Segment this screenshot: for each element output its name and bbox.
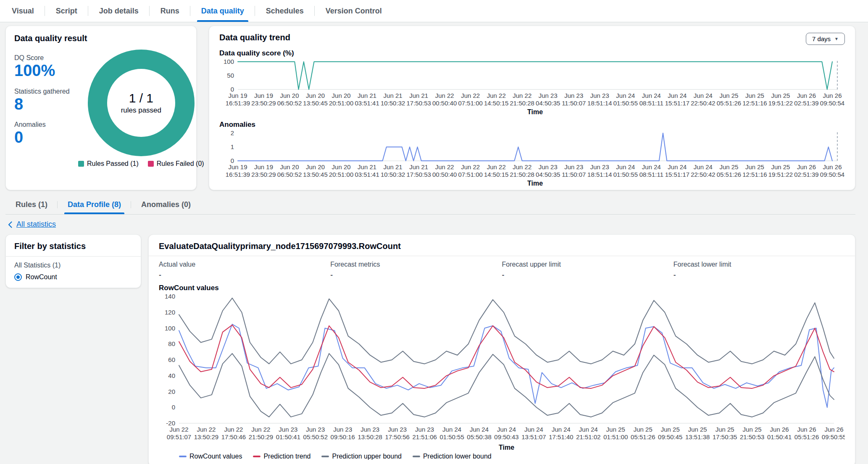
svg-text:02:51:39: 02:51:39 [794,171,818,178]
legend-item[interactable]: Rules Failed (0) [148,160,204,168]
svg-text:Jun 25: Jun 25 [745,92,764,99]
svg-text:05:51:26: 05:51:26 [717,171,741,178]
svg-text:Jun 22: Jun 22 [435,163,454,170]
svg-text:Jun 25: Jun 25 [743,426,762,433]
tab-rules[interactable]: Rules (1) [5,195,58,214]
tab-anomalies[interactable]: Anomalies (0) [131,195,201,214]
svg-text:14:50:15: 14:50:15 [484,171,508,178]
svg-text:Jun 24: Jun 24 [497,426,516,433]
divider [6,256,141,257]
svg-text:05:51:26: 05:51:26 [717,100,741,107]
legend-marker [321,456,329,457]
legend-item[interactable]: Prediction lower bound [413,453,492,460]
svg-text:17:50:56: 17:50:56 [385,433,409,440]
tab-script[interactable]: Script [45,0,88,22]
legend-label: Prediction lower bound [423,453,492,460]
svg-text:Jun 26: Jun 26 [797,426,816,433]
svg-text:Jun 22: Jun 22 [487,92,506,99]
legend-item[interactable]: Prediction upper bound [321,453,401,460]
stat-value: 100% [14,62,78,80]
stat-label: Statistics gathered [14,88,78,95]
svg-text:Jun 23: Jun 23 [539,163,558,170]
svg-text:17:50:46: 17:50:46 [221,433,246,440]
metric-label: Forecast upper limit [502,261,673,268]
tab-data-quality[interactable]: Data quality [190,0,255,22]
svg-text:Time: Time [499,444,514,451]
svg-text:Jun 25: Jun 25 [719,92,738,99]
svg-text:Jun 25: Jun 25 [634,426,652,433]
anomalies-chart-title: Anomalies [219,121,845,129]
metric-actual-value: Actual value - [159,261,330,280]
svg-text:04:50:35: 04:50:35 [536,100,560,107]
donut-ring [86,47,197,158]
svg-text:11:50:07: 11:50:07 [562,171,586,178]
svg-text:19:51:22: 19:51:22 [768,100,793,107]
metric-value: - [673,271,845,280]
svg-text:13:51:07: 13:51:07 [521,433,546,440]
tab-job-details[interactable]: Job details [88,0,150,22]
svg-text:Jun 24: Jun 24 [524,426,543,433]
svg-text:21:50:28: 21:50:28 [510,171,534,178]
tab-visual[interactable]: Visual [1,0,45,22]
svg-text:Jun 23: Jun 23 [333,426,352,433]
tab-runs[interactable]: Runs [150,0,190,22]
svg-text:10:50:32: 10:50:32 [381,100,405,107]
result-stats: DQ Score 100% Statistics gathered 8 Anom… [14,47,78,168]
legend-label: Prediction upper bound [332,453,401,460]
svg-text:Jun 24: Jun 24 [552,426,571,433]
svg-text:Jun 22: Jun 22 [461,163,480,170]
svg-text:21:50:28: 21:50:28 [510,100,534,107]
all-statistics-link[interactable]: All statistics [7,220,56,229]
svg-text:15:51:17: 15:51:17 [665,171,689,178]
legend-item[interactable]: Prediction trend [253,453,310,460]
svg-text:Jun 25: Jun 25 [688,426,707,433]
content: Data quality result DQ Score 100% Statis… [0,22,868,464]
time-range-select[interactable]: 7 days ▼ [806,33,845,45]
legend-item[interactable]: Rules Passed (1) [78,160,139,168]
rowcount-chart[interactable]: -20020406080100120140Jun 2209:51:07Jun 2… [159,292,845,452]
svg-text:Jun 23: Jun 23 [590,92,609,99]
metric-value: - [159,271,330,280]
chevron-left-icon [7,221,13,228]
svg-text:100: 100 [224,58,234,65]
anomalies-chart[interactable]: 012Jun 1916:51:39Jun 1923:50:29Jun 2006:… [219,129,845,188]
svg-text:01:50:55: 01:50:55 [439,433,464,440]
svg-text:09:50:54: 09:50:54 [820,100,844,107]
filter-card-title: Filter by statistics [14,241,132,251]
top-tab-bar: Visual Script Job details Runs Data qual… [0,0,868,22]
svg-text:01:50:55: 01:50:55 [613,171,638,178]
metric-value: - [502,271,673,280]
rules-donut-chart[interactable]: 1 / 1 rules passed [86,47,197,158]
svg-text:2: 2 [231,129,234,136]
tab-label: Anomalies (0) [141,200,191,209]
svg-text:Jun 21: Jun 21 [358,163,376,170]
tab-schedules[interactable]: Schedules [255,0,315,22]
dq-score-chart[interactable]: 050100Jun 1916:51:39Jun 1923:50:29Jun 20… [219,58,845,116]
svg-text:12:51:16: 12:51:16 [742,171,767,178]
svg-text:04:50:35: 04:50:35 [536,171,560,178]
tab-label: Script [56,7,77,16]
svg-text:Jun 25: Jun 25 [771,92,790,99]
metric-label: Actual value [159,261,330,268]
metric-label: Forecast metrics [330,261,502,268]
tab-data-profile[interactable]: Data Profile (8) [58,195,131,214]
legend-item[interactable]: RowCount values [179,453,242,460]
filter-by-statistics-card: Filter by statistics All Statistics (1) … [5,234,141,288]
svg-text:08:51:11: 08:51:11 [639,100,663,107]
stat-value: 0 [14,128,78,147]
metric-label: Forecast lower limit [673,261,845,268]
link-label: All statistics [16,220,56,229]
metric-value: - [330,271,502,280]
svg-text:Jun 22: Jun 22 [513,92,531,99]
tab-version-control[interactable]: Version Control [315,0,393,22]
trend-card-title: Data quality trend [219,33,290,42]
svg-text:80: 80 [168,340,175,347]
svg-text:17:50:53: 17:50:53 [406,171,431,178]
svg-text:22:50:42: 22:50:42 [691,100,715,107]
svg-text:00:50:40: 00:50:40 [432,100,457,107]
donut-ring-passed [97,59,185,147]
svg-text:Jun 22: Jun 22 [224,426,243,433]
radio-option-rowcount[interactable]: RowCount [14,273,132,281]
svg-text:Jun 24: Jun 24 [616,163,635,170]
svg-text:09:51:07: 09:51:07 [167,433,191,440]
